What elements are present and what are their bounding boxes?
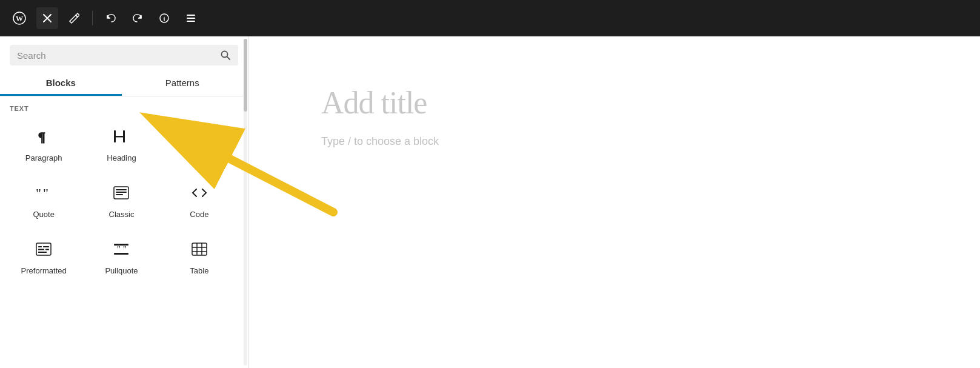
svg-rect-19 <box>195 132 206 133</box>
svg-rect-32 <box>43 246 49 247</box>
code-icon <box>190 184 208 204</box>
toolbar: W <box>0 0 980 36</box>
svg-text:W: W <box>16 15 23 23</box>
block-table[interactable]: Table <box>161 230 238 286</box>
scrollbar-track[interactable] <box>244 39 247 366</box>
list-label: List <box>193 153 205 162</box>
tab-patterns[interactable]: Patterns <box>122 72 244 96</box>
svg-rect-17 <box>123 130 125 142</box>
editor-area[interactable]: Add title Type / to choose a block <box>248 36 980 368</box>
classic-icon <box>112 184 130 204</box>
paragraph-icon: ¶ <box>35 128 52 147</box>
classic-label: Classic <box>109 210 135 219</box>
svg-text:": " <box>117 245 121 254</box>
svg-text:": " <box>43 186 48 201</box>
block-quote[interactable]: " " Quote <box>5 173 82 230</box>
table-icon <box>190 241 208 260</box>
svg-point-8 <box>164 16 165 16</box>
search-bar <box>10 45 238 65</box>
block-classic[interactable]: Classic <box>82 173 160 230</box>
search-input[interactable] <box>17 50 215 61</box>
editor-title[interactable]: Add title <box>321 85 427 121</box>
svg-rect-23 <box>195 140 206 141</box>
list-view-button[interactable] <box>180 7 202 29</box>
quote-label: Quote <box>33 210 54 219</box>
block-heading[interactable]: Heading <box>82 117 160 173</box>
svg-text:": " <box>36 186 41 201</box>
svg-rect-34 <box>45 249 49 250</box>
svg-rect-28 <box>116 192 127 193</box>
tab-blocks[interactable]: Blocks <box>0 72 122 96</box>
svg-rect-21 <box>195 136 206 137</box>
svg-rect-22 <box>192 139 194 142</box>
table-label: Table <box>190 266 208 275</box>
preformatted-label: Preformatted <box>21 266 67 275</box>
svg-rect-33 <box>38 249 44 250</box>
search-button[interactable] <box>220 50 231 61</box>
code-label: Code <box>190 210 208 219</box>
scrollbar-thumb[interactable] <box>244 39 247 112</box>
info-button[interactable] <box>153 7 175 29</box>
pullquote-icon: " " <box>112 241 130 260</box>
svg-text:": " <box>123 245 127 254</box>
main-layout: Blocks Patterns TEXT ¶ Paragraph <box>0 36 980 368</box>
block-list[interactable]: List <box>161 117 238 173</box>
redo-button[interactable] <box>127 7 148 29</box>
svg-rect-10 <box>187 18 195 19</box>
heading-label: Heading <box>107 153 136 162</box>
svg-rect-31 <box>38 246 42 247</box>
svg-rect-9 <box>187 15 195 16</box>
svg-rect-20 <box>192 135 194 138</box>
sidebar: Blocks Patterns TEXT ¶ Paragraph <box>0 36 248 368</box>
svg-rect-29 <box>116 194 123 195</box>
tabs: Blocks Patterns <box>0 72 243 96</box>
undo-button[interactable] <box>100 7 122 29</box>
list-icon <box>190 128 208 147</box>
block-code[interactable]: Code <box>161 173 238 230</box>
editor-placeholder: Type / to choose a block <box>321 135 439 148</box>
edit-button[interactable] <box>63 7 85 29</box>
svg-rect-35 <box>38 252 47 253</box>
toolbar-separator <box>92 11 93 25</box>
svg-rect-40 <box>192 243 207 255</box>
pullquote-label: Pullquote <box>105 266 138 275</box>
block-pullquote[interactable]: " " Pullquote <box>82 230 160 286</box>
blocks-grid: ¶ Paragraph Heading <box>0 117 248 286</box>
heading-icon <box>112 128 130 147</box>
quote-icon: " " <box>35 184 53 204</box>
section-text: TEXT <box>0 96 248 117</box>
wp-logo[interactable]: W <box>7 6 32 30</box>
preformatted-icon <box>35 241 53 260</box>
svg-rect-18 <box>192 131 194 133</box>
paragraph-label: Paragraph <box>25 153 62 162</box>
svg-text:¶: ¶ <box>39 129 45 144</box>
svg-line-13 <box>227 57 230 60</box>
sidebar-scrollbar[interactable] <box>243 36 248 368</box>
close-button[interactable] <box>36 7 58 29</box>
svg-rect-11 <box>187 21 195 22</box>
block-preformatted[interactable]: Preformatted <box>5 230 82 286</box>
block-paragraph[interactable]: ¶ Paragraph <box>5 117 82 173</box>
svg-rect-27 <box>116 189 127 190</box>
